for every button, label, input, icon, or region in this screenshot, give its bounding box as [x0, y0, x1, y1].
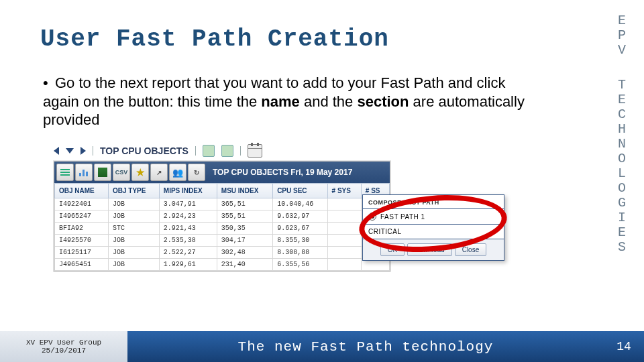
breadcrumb-label: TOP CPU OBJECTS [100, 145, 189, 156]
table-cell: 2.924,23 [159, 210, 217, 223]
column-header[interactable]: # SYS [327, 184, 361, 198]
excel-export-icon[interactable] [94, 164, 111, 181]
footer-group: XV EPV User Group [26, 339, 101, 347]
table-cell: J4965451 [55, 259, 109, 271]
table-cell [327, 223, 361, 235]
table-cell: 2.921,43 [159, 223, 217, 235]
users-icon[interactable]: 👥 [169, 164, 186, 181]
column-header[interactable]: OBJ TYPE [108, 184, 159, 198]
table-cell [327, 235, 361, 247]
radio-label: FAST PATH 1 [380, 213, 425, 221]
table-cell: JOB [108, 259, 159, 271]
copy-icon[interactable] [203, 145, 215, 157]
list-view-icon[interactable] [56, 164, 74, 181]
slide-footer: XV EPV User Group 25/10/2017 The new Fas… [0, 331, 644, 362]
table-cell: 1.929,61 [159, 259, 217, 271]
table-cell: JOB [108, 210, 159, 223]
column-header[interactable]: CPU SEC [273, 184, 327, 198]
copy2-icon[interactable] [221, 145, 233, 157]
footer-date: 25/10/2017 [42, 347, 86, 355]
table-row: I4922401JOB3.047,91365,5110.040,46 [55, 198, 390, 210]
table-cell: 355,51 [217, 210, 272, 223]
table-row: I6125117JOB2.522,27302,488.308,88 [55, 247, 390, 259]
download-button[interactable]: Download [407, 243, 451, 256]
page-number: 14 [604, 340, 644, 353]
ok-button[interactable]: OK [380, 243, 405, 256]
bullet-mid: and the [300, 93, 358, 110]
report-screenshot: CSV ★ ↗ 👥 ↻ TOP CPU OBJECTS Fri, 19 May … [54, 161, 390, 272]
csv-export-icon[interactable]: CSV [113, 164, 130, 181]
report-title: TOP CPU OBJECTS Fri, 19 May 2017 [206, 168, 388, 177]
table-cell: I6125117 [55, 247, 109, 259]
table-cell: JOB [108, 235, 159, 247]
table-cell: 2.535,38 [159, 235, 217, 247]
next-icon[interactable] [80, 147, 86, 155]
table-cell [327, 247, 361, 259]
bullet-text: •Go to the next report that you want to … [43, 74, 526, 129]
table-cell: 3.047,91 [159, 198, 217, 210]
table-cell: 302,48 [217, 247, 272, 259]
table-cell: JOB [108, 247, 159, 259]
column-header[interactable]: OBJ NAME [55, 184, 109, 198]
table-cell [327, 198, 361, 210]
column-header[interactable]: MIPS INDEX [159, 184, 217, 198]
report-toolbar: CSV ★ ↗ 👥 ↻ TOP CPU OBJECTS Fri, 19 May … [54, 162, 390, 183]
table-cell [327, 210, 361, 223]
bullet-em-section: section [357, 93, 409, 110]
table-cell: I4965247 [55, 210, 109, 223]
calendar-icon[interactable] [248, 144, 262, 158]
footer-left: XV EPV User Group 25/10/2017 [0, 331, 127, 362]
separator [240, 146, 241, 156]
slide: User Fast Path Creation EPV TECHNOLOGIES… [0, 0, 644, 362]
table-cell: 8.308,88 [273, 247, 327, 259]
table-cell: I4925570 [55, 235, 109, 247]
bar-chart-icon[interactable] [75, 164, 93, 181]
side-letters-technologies: TECHNOLOGIES [616, 78, 628, 255]
dialog-title: COMPOSE FAST PATH [363, 195, 504, 209]
table-row: J4965451JOB1.929,61231,406.355,56 [55, 259, 390, 271]
table-cell: 9.623,67 [273, 223, 327, 235]
prev-icon[interactable] [54, 147, 59, 155]
separator [93, 146, 93, 156]
footer-center: The new Fast Path technology [127, 339, 604, 355]
report-table: OBJ NAMEOBJ TYPEMIPS INDEXMSU INDEXCPU S… [54, 183, 390, 271]
page-title: User Fast Path Creation [40, 25, 389, 53]
table-cell: 365,51 [217, 198, 272, 210]
table-cell: 350,35 [217, 223, 272, 235]
column-header[interactable]: MSU INDEX [217, 184, 272, 198]
table-cell: BFIA92 [55, 223, 109, 235]
table-row: BFIA92STC2.921,43350,359.623,67 [55, 223, 390, 235]
table-cell: I4922401 [55, 198, 109, 210]
table-cell: 8.355,30 [273, 235, 327, 247]
table-cell: 9.632,97 [273, 210, 327, 223]
bullet-em-name: name [261, 93, 299, 110]
section-name-value: CRITICAL [368, 228, 402, 235]
table-cell: 10.040,46 [273, 198, 327, 210]
favorite-icon[interactable]: ★ [131, 164, 149, 181]
fast-path-radio-row[interactable]: FAST PATH 1 [363, 209, 504, 225]
breadcrumb-toolbar: TOP CPU OBJECTS [54, 144, 262, 158]
table-cell: 304,17 [217, 235, 272, 247]
compose-fast-path-dialog: COMPOSE FAST PATH FAST PATH 1 CRITICAL O… [362, 194, 504, 261]
radio-icon[interactable] [368, 213, 376, 221]
table-cell: 2.522,27 [159, 247, 217, 259]
side-letters-epv: EPV [616, 13, 628, 58]
table-cell [327, 259, 361, 271]
section-name-row[interactable]: CRITICAL [363, 225, 504, 239]
table-row: I4925570JOB2.535,38304,178.355,30 [55, 235, 390, 247]
table-cell: 231,40 [217, 259, 272, 271]
table-cell: 6.355,56 [273, 259, 327, 271]
table-cell: JOB [108, 198, 159, 210]
dialog-button-bar: OK Download Close [363, 239, 504, 260]
table-row: I4965247JOB2.924,23355,519.632,97 [55, 210, 390, 223]
dropdown-icon[interactable] [66, 148, 74, 154]
table-cell: STC [108, 223, 159, 235]
chart-line-icon[interactable]: ↗ [150, 164, 168, 181]
close-button[interactable]: Close [455, 243, 487, 256]
separator [195, 146, 196, 156]
refresh-icon[interactable]: ↻ [188, 164, 205, 181]
